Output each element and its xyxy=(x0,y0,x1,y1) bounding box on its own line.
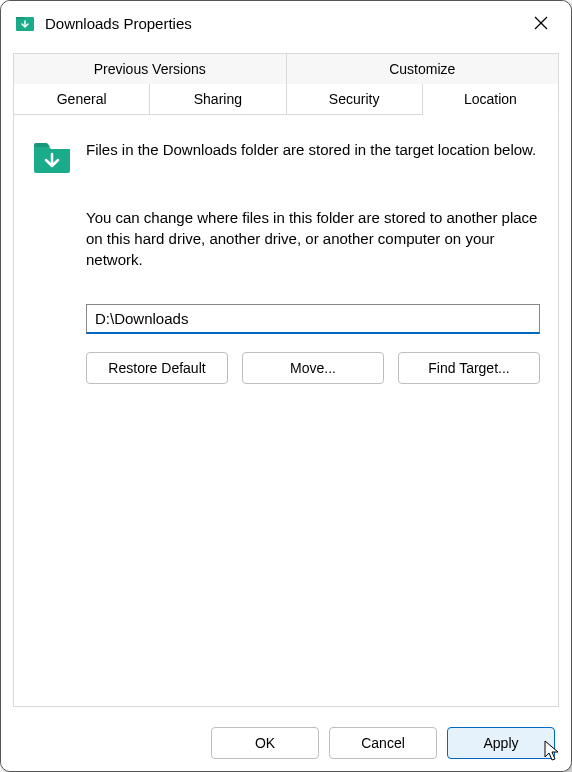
description-text: You can change where files in this folde… xyxy=(86,207,540,270)
tab-previous-versions[interactable]: Previous Versions xyxy=(13,53,286,84)
action-button-row: Restore Default Move... Find Target... xyxy=(86,352,540,384)
tab-security[interactable]: Security xyxy=(287,84,423,115)
tab-location[interactable]: Location xyxy=(423,84,559,115)
dialog-footer: OK Cancel Apply xyxy=(1,715,571,771)
window-title: Downloads Properties xyxy=(45,15,519,32)
tab-strip: Previous Versions Customize General Shar… xyxy=(13,53,559,115)
titlebar: Downloads Properties xyxy=(1,1,571,45)
location-panel: Files in the Downloads folder are stored… xyxy=(13,115,559,707)
restore-default-button[interactable]: Restore Default xyxy=(86,352,228,384)
apply-button[interactable]: Apply xyxy=(447,727,555,759)
move-button[interactable]: Move... xyxy=(242,352,384,384)
content-area: Previous Versions Customize General Shar… xyxy=(1,45,571,715)
tab-general[interactable]: General xyxy=(13,84,150,115)
downloads-folder-large-icon xyxy=(32,139,72,175)
downloads-folder-icon xyxy=(15,13,35,33)
tab-sharing[interactable]: Sharing xyxy=(150,84,286,115)
info-text: Files in the Downloads folder are stored… xyxy=(86,139,536,160)
location-path-input[interactable] xyxy=(86,304,540,334)
properties-dialog: Downloads Properties Previous Versions C… xyxy=(0,0,572,772)
cancel-button[interactable]: Cancel xyxy=(329,727,437,759)
close-button[interactable] xyxy=(519,5,563,41)
find-target-button[interactable]: Find Target... xyxy=(398,352,540,384)
ok-button[interactable]: OK xyxy=(211,727,319,759)
tab-customize[interactable]: Customize xyxy=(286,53,560,84)
